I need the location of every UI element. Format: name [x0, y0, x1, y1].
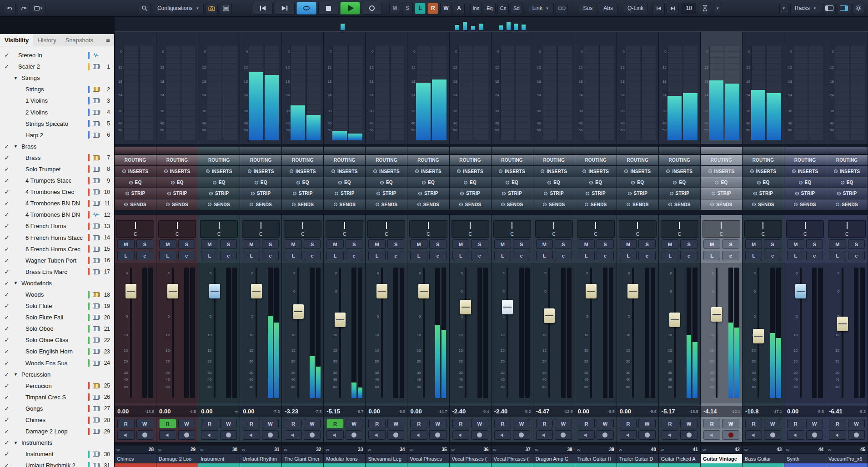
record-enable-button[interactable] [722, 430, 739, 440]
pan-control[interactable]: C [326, 220, 363, 238]
channel-link-row[interactable]: ∞43 [743, 446, 784, 454]
edit-channel-button[interactable]: e [722, 251, 739, 260]
monitor-button[interactable] [326, 430, 344, 440]
channel-name[interactable]: The Giant Ciner [282, 454, 323, 463]
rack-section-eq[interactable]: EQ [407, 177, 449, 188]
mute-button[interactable]: M [494, 239, 512, 249]
fader-handle[interactable] [837, 317, 848, 331]
fader-handle[interactable] [251, 284, 262, 298]
fader-handle[interactable] [669, 313, 680, 327]
undo-button[interactable] [4, 3, 16, 14]
track-list-item[interactable]: ✓6 French Horns Stacc14 [0, 232, 114, 243]
fader-track[interactable] [297, 268, 299, 398]
edit-channel-button[interactable]: e [346, 251, 363, 260]
solo-button[interactable]: S [764, 239, 781, 249]
read-automation-button[interactable]: R [201, 419, 218, 428]
rack-section-strip[interactable]: STRIP [659, 188, 700, 199]
monitor-button[interactable] [243, 430, 260, 440]
visibility-checkbox[interactable]: ✓ [0, 337, 14, 343]
read-automation-button[interactable]: R [620, 419, 637, 428]
level-value-row[interactable]: 0.00-7.3 [240, 406, 281, 417]
channel-name[interactable]: Damage 2 Loo [156, 454, 198, 463]
listen-button[interactable]: L [578, 251, 595, 260]
left-zone-toggle[interactable] [823, 3, 836, 14]
folder-collapse-icon[interactable]: ▼ [14, 281, 21, 285]
channel-link-row[interactable]: ∞32 [282, 446, 323, 454]
fader-track[interactable] [465, 268, 467, 398]
level-value-row[interactable]: 0.00-8.5 [575, 406, 617, 417]
read-automation-button[interactable]: R [452, 419, 470, 428]
pan-control[interactable]: C [452, 220, 489, 238]
rack-section-inserts[interactable]: INSERTS [324, 166, 365, 177]
record-enable-button[interactable] [638, 430, 656, 440]
listen-button[interactable]: L [536, 251, 553, 260]
solo-button[interactable]: S [555, 239, 572, 249]
level-value-row[interactable]: -3.23-7.3 [282, 406, 323, 417]
channel-link-row[interactable]: ∞38 [533, 446, 575, 454]
fader-handle[interactable] [795, 284, 806, 298]
link-button[interactable] [556, 3, 568, 14]
read-automation-button[interactable]: R [159, 419, 176, 428]
channel-link-row[interactable]: ∞28 [115, 446, 156, 454]
rack-section-sends[interactable]: SENDS [282, 199, 323, 210]
record-enable-button[interactable] [178, 430, 196, 440]
listen-button[interactable]: L [117, 251, 135, 260]
channel-link-row[interactable]: ∞39 [575, 446, 617, 454]
rack-section-routing[interactable]: ROUTING [324, 155, 365, 166]
listen-button[interactable]: L [368, 251, 386, 260]
track-list-item[interactable]: ✓6 French Horns13 [0, 220, 114, 232]
edit-channel-button[interactable]: e [304, 251, 321, 260]
rack-section-strip[interactable]: STRIP [198, 188, 240, 199]
rack-section-inserts[interactable]: INSERTS [533, 166, 575, 177]
track-list-item[interactable]: ✓Percucion25 [0, 380, 114, 392]
mute-button[interactable]: M [620, 239, 637, 249]
track-list-item[interactable]: ✓4 Trombones Crec10 [0, 186, 114, 198]
write-automation-button[interactable]: W [597, 419, 614, 428]
visibility-checkbox[interactable]: ✓ [0, 143, 14, 150]
listen-button[interactable]: L [620, 251, 637, 260]
pan-control[interactable]: C [158, 220, 196, 238]
global-solo-button[interactable]: S [402, 3, 413, 14]
rack-section-eq[interactable]: EQ [198, 177, 240, 188]
solo-button[interactable]: S [136, 239, 154, 249]
monitor-button[interactable] [829, 430, 846, 440]
read-automation-button[interactable]: R [410, 419, 427, 428]
pan-control[interactable]: C [493, 220, 531, 238]
visibility-checkbox[interactable]: ✓ [0, 394, 14, 401]
tab-visibility[interactable]: Visibility [0, 34, 33, 46]
rack-section-routing[interactable]: ROUTING [617, 155, 658, 166]
track-list-item[interactable]: ✓Scaler 21 [0, 61, 114, 72]
global-listen-button[interactable]: L [415, 3, 426, 14]
rack-section-inserts[interactable]: INSERTS [617, 166, 658, 177]
track-list-item[interactable]: ✓Solo English Horn23 [0, 346, 114, 357]
rack-section-inserts[interactable]: INSERTS [115, 166, 156, 177]
visibility-checkbox[interactable]: ✓ [0, 280, 14, 287]
visibility-checkbox[interactable]: ✓ [0, 257, 14, 264]
track-list-item[interactable]: ✓Solo Oboe21 [0, 323, 114, 334]
edit-channel-button[interactable]: e [680, 251, 697, 260]
monitor-button[interactable] [410, 430, 427, 440]
mute-button[interactable]: M [201, 239, 218, 249]
write-automation-button[interactable]: W [722, 419, 739, 428]
visibility-checkbox[interactable]: ✓ [0, 405, 14, 412]
fader-track[interactable] [716, 268, 717, 398]
rack-section-eq[interactable]: EQ [492, 177, 533, 188]
listen-button[interactable]: L [201, 251, 218, 260]
track-list-item[interactable]: ▼Strings [0, 72, 114, 84]
rack-section-inserts[interactable]: INSERTS [701, 166, 742, 177]
pan-control[interactable]: C [116, 220, 154, 238]
monitor-button[interactable] [201, 430, 218, 440]
find-track-button[interactable] [139, 3, 151, 14]
rack-section-sends[interactable]: SENDS [324, 199, 365, 210]
channel-name[interactable]: Chimes [115, 454, 156, 463]
record-enable-button[interactable] [262, 430, 279, 440]
rack-section-routing[interactable]: ROUTING [784, 155, 826, 166]
configurations-dropdown[interactable]: Configurations▼ [153, 3, 204, 14]
monitor-button[interactable] [452, 430, 470, 440]
edit-channel-button[interactable]: e [262, 251, 279, 260]
channel-name[interactable]: VacuumPro_x6 [826, 454, 868, 463]
write-automation-button[interactable]: W [387, 419, 405, 428]
track-list-item[interactable]: Harp 26 [0, 129, 114, 141]
stop-button[interactable] [318, 2, 338, 15]
rack-section-strip[interactable]: STRIP [324, 188, 365, 199]
